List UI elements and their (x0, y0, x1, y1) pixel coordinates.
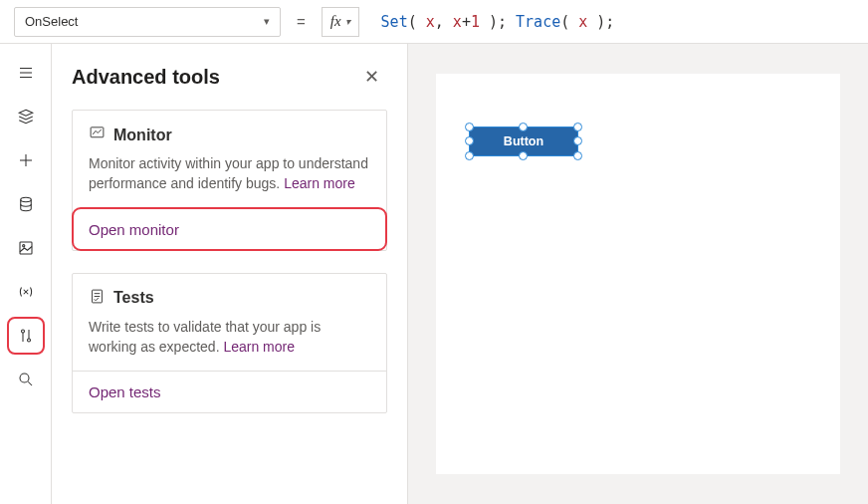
tool-card: MonitorMonitor activity within your app … (72, 110, 387, 251)
canvas[interactable]: Button (408, 44, 868, 504)
button-control[interactable]: Button (470, 127, 577, 155)
tool-card: TestsWrite tests to validate that your a… (72, 273, 387, 414)
card-title: Monitor (89, 125, 370, 145)
insert-icon[interactable] (9, 143, 43, 177)
fx-label: fx (330, 13, 341, 30)
learn-more-link[interactable]: Learn more (284, 175, 355, 191)
resize-handle[interactable] (573, 123, 582, 131)
chevron-down-icon: ▾ (345, 16, 350, 27)
svg-point-10 (21, 330, 24, 333)
chevron-down-icon: ▾ (264, 15, 270, 28)
tests-icon (89, 288, 106, 309)
resize-handle[interactable] (573, 136, 582, 145)
hamburger-icon[interactable] (9, 56, 43, 90)
resize-handle[interactable] (519, 151, 528, 160)
search-icon[interactable] (9, 363, 43, 396)
svg-line-15 (28, 381, 32, 385)
card-description: Write tests to validate that your app is… (89, 317, 370, 358)
formula-bar: OnSelect ▾ = fx ▾ Set( x, x+1 ); Trace( … (0, 0, 868, 44)
svg-point-7 (22, 245, 24, 247)
property-name: OnSelect (25, 14, 78, 29)
formula-input[interactable]: Set( x, x+1 ); Trace( x ); (371, 13, 615, 31)
media-icon[interactable] (9, 231, 43, 265)
resize-handle[interactable] (573, 151, 582, 160)
card-action-link[interactable]: Open monitor (89, 221, 179, 238)
property-selector[interactable]: OnSelect ▾ (14, 7, 281, 37)
left-rail (0, 44, 52, 504)
tree-view-icon[interactable] (9, 100, 43, 133)
svg-point-12 (27, 339, 30, 342)
button-label: Button (504, 134, 543, 148)
card-title-text: Monitor (113, 126, 172, 144)
panel-title: Advanced tools (72, 66, 220, 89)
advanced-tools-panel: Advanced tools ✕ MonitorMonitor activity… (52, 44, 408, 504)
monitor-icon (89, 125, 106, 145)
data-icon[interactable] (9, 187, 43, 221)
variables-icon[interactable] (9, 275, 43, 309)
resize-handle[interactable] (519, 123, 528, 131)
advanced-tools-icon[interactable] (9, 319, 43, 353)
fx-button[interactable]: fx ▾ (322, 7, 359, 37)
card-title: Tests (89, 288, 370, 309)
learn-more-link[interactable]: Learn more (223, 339, 295, 355)
svg-point-5 (20, 197, 31, 202)
equals-label: = (293, 13, 310, 30)
resize-handle[interactable] (465, 123, 474, 131)
resize-handle[interactable] (465, 136, 474, 145)
card-title-text: Tests (113, 289, 154, 307)
card-description: Monitor activity within your app to unde… (89, 153, 370, 194)
svg-point-14 (20, 374, 29, 382)
resize-handle[interactable] (465, 151, 474, 160)
close-icon[interactable]: ✕ (356, 62, 387, 92)
card-action-link[interactable]: Open tests (89, 383, 161, 400)
app-screen[interactable]: Button (436, 74, 840, 474)
